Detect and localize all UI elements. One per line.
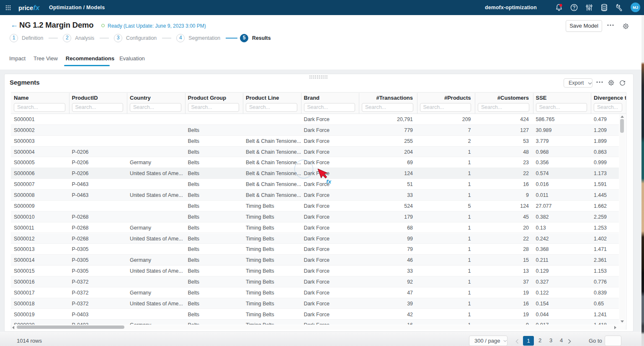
- svg-text:fx: fx: [326, 178, 331, 185]
